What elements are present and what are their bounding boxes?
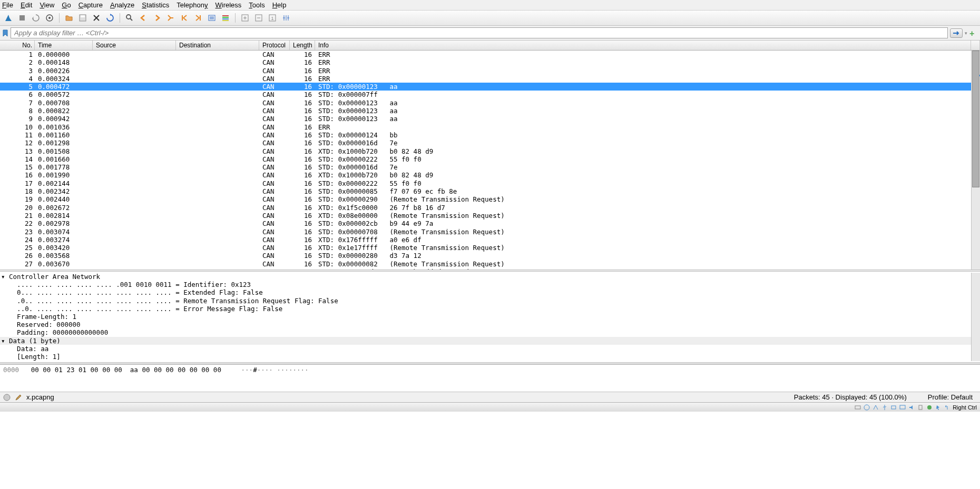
menu-help[interactable]: Help	[272, 1, 287, 9]
go-forward-button[interactable]	[152, 13, 162, 23]
col-header-time[interactable]: Time	[35, 41, 93, 50]
packet-row[interactable]: 40.000324CAN16ERR	[0, 75, 971, 83]
vm-status-tray: Right Ctrl	[0, 402, 980, 412]
menu-edit[interactable]: Edit	[21, 1, 32, 9]
svg-point-2	[48, 17, 51, 19]
colorize-button[interactable]	[220, 13, 231, 23]
packet-count-label: Packets: 45 · Displayed: 45 (100.0%)	[773, 393, 928, 401]
go-last-button[interactable]	[193, 13, 203, 23]
packet-row[interactable]: 140.001660CAN16STD: 0x00000222 55 f0 f0	[0, 155, 971, 163]
display-filter-bar: ▾ +	[0, 26, 980, 41]
menu-analyze[interactable]: Analyze	[110, 1, 134, 9]
packet-row[interactable]: 270.003670CAN16STD: 0x00000082 (Remote T…	[0, 260, 971, 268]
detail-row[interactable]: 0... .... .... .... .... .... .... .... …	[0, 288, 971, 296]
packet-row[interactable]: 160.001990CAN16XTD: 0x1000b720 b0 82 48 …	[0, 171, 971, 179]
restart-capture-button[interactable]	[31, 13, 41, 23]
menu-wireless[interactable]: Wireless	[215, 1, 242, 9]
profile-label[interactable]: Profile: Default	[928, 393, 977, 401]
packet-row[interactable]: 200.002672CAN16XTD: 0x1f5c0000 26 7f b8 …	[0, 204, 971, 212]
stop-capture-button[interactable]	[17, 13, 27, 23]
zoom-reset-button[interactable]: 1	[267, 13, 278, 23]
edit-capture-comment-icon[interactable]	[15, 394, 22, 401]
detail-row[interactable]: Padding: 00000000000000	[0, 328, 971, 336]
detail-row[interactable]: ..0. .... .... .... .... .... .... .... …	[0, 305, 971, 313]
menu-statistics[interactable]: Statistics	[142, 1, 169, 9]
dropdown-icon[interactable]: ▾	[965, 31, 967, 36]
packet-row[interactable]: 230.003074CAN16STD: 0x00000708 (Remote T…	[0, 228, 971, 236]
reload-button[interactable]	[105, 13, 115, 23]
auto-scroll-button[interactable]	[207, 13, 217, 23]
packet-details-pane[interactable]: ▾ Controller Area Network .... .... ....…	[0, 272, 980, 362]
packet-row[interactable]: 260.003568CAN16STD: 0x00000280 d3 7a 12	[0, 252, 971, 260]
packet-bytes-pane[interactable]: 0000 00 00 01 23 01 00 00 00 aa 00 00 00…	[0, 364, 980, 392]
shark-fin-icon[interactable]	[3, 13, 14, 23]
tray-recording-icon	[926, 404, 933, 411]
detail-row[interactable]: ▾ Controller Area Network	[0, 273, 971, 281]
resize-columns-button[interactable]	[281, 13, 291, 23]
detail-row[interactable]: Reserved: 000000	[0, 321, 971, 328]
packet-row[interactable]: 60.000572CAN16STD: 0x000007ff	[0, 91, 971, 98]
menu-telephony[interactable]: Telephony	[177, 1, 208, 9]
svg-rect-19	[900, 405, 905, 409]
col-header-destination[interactable]: Destination	[176, 41, 259, 50]
go-first-button[interactable]	[179, 13, 190, 23]
zoom-in-button[interactable]	[240, 13, 250, 23]
packet-row[interactable]: 100.001036CAN16ERR	[0, 123, 971, 131]
packet-row[interactable]: 130.001508CAN16XTD: 0x1000b720 b0 82 48 …	[0, 147, 971, 155]
packet-row[interactable]: 90.000942CAN16STD: 0x00000123 aa	[0, 115, 971, 123]
details-scrollbar[interactable]	[971, 273, 980, 361]
menu-bar: File Edit View Go Capture Analyze Statis…	[0, 0, 980, 11]
packet-row[interactable]: 250.003420CAN16XTD: 0x1e17ffff (Remote T…	[0, 244, 971, 252]
detail-row[interactable]: Data: aa	[0, 345, 971, 353]
packet-row[interactable]: 280.003920CAN16XTD: 0x0738c5d9 55 61 b2 …	[0, 268, 971, 270]
add-filter-button[interactable]: +	[969, 29, 978, 37]
go-back-button[interactable]	[138, 13, 149, 23]
packet-row[interactable]: 240.003274CAN16XTD: 0x176fffff a0 e6 df	[0, 236, 971, 244]
menu-file[interactable]: File	[2, 1, 13, 9]
menu-go[interactable]: Go	[62, 1, 71, 9]
col-header-protocol[interactable]: Protocol	[259, 41, 290, 50]
packet-row[interactable]: 180.002342CAN16STD: 0x00000085 f7 07 69 …	[0, 187, 971, 195]
detail-row[interactable]: [Length: 1]	[0, 353, 971, 361]
col-header-info[interactable]: Info	[315, 41, 971, 50]
packet-row[interactable]: 70.000708CAN16STD: 0x00000123 aa	[0, 99, 971, 107]
go-to-packet-button[interactable]	[165, 13, 176, 23]
menu-capture[interactable]: Capture	[79, 1, 103, 9]
find-packet-button[interactable]	[124, 13, 135, 23]
zoom-out-button[interactable]	[253, 13, 264, 23]
packet-row[interactable]: 150.001778CAN16STD: 0x0000016d 7e	[0, 163, 971, 171]
display-filter-input[interactable]	[11, 27, 948, 38]
packet-row[interactable]: 210.002814CAN16XTD: 0x08e00000 (Remote T…	[0, 212, 971, 219]
menu-tools[interactable]: Tools	[249, 1, 264, 9]
bookmark-icon[interactable]	[2, 29, 8, 37]
packet-row[interactable]: 110.001160CAN16STD: 0x00000124 bb	[0, 131, 971, 139]
detail-row[interactable]: .0.. .... .... .... .... .... .... .... …	[0, 297, 971, 305]
packet-row[interactable]: 190.002440CAN16STD: 0x00000290 (Remote T…	[0, 195, 971, 203]
menu-view[interactable]: View	[40, 1, 54, 9]
packet-list-scrollbar[interactable]	[971, 51, 980, 270]
apply-filter-button[interactable]	[950, 28, 963, 38]
packet-row[interactable]: 170.002144CAN16STD: 0x00000222 55 f0 f0	[0, 179, 971, 187]
col-header-source[interactable]: Source	[93, 41, 176, 50]
packet-row[interactable]: 80.000822CAN16STD: 0x00000123 aa	[0, 107, 971, 115]
col-header-no[interactable]: No.	[0, 41, 35, 50]
packet-row[interactable]: 120.001298CAN16STD: 0x0000016d 7e	[0, 139, 971, 147]
col-header-length[interactable]: Length	[290, 41, 315, 50]
packet-row[interactable]: 220.002978CAN16STD: 0x000002cb b9 44 e9 …	[0, 219, 971, 227]
tray-clipboard-icon	[917, 404, 924, 411]
detail-row[interactable]: Frame-Length: 1	[0, 313, 971, 321]
open-file-button[interactable]	[64, 13, 74, 23]
save-file-button[interactable]	[77, 13, 88, 23]
close-file-button[interactable]	[91, 13, 102, 23]
detail-row[interactable]: .... .... .... .... .... .001 0010 0011 …	[0, 281, 971, 288]
svg-point-5	[126, 15, 131, 19]
capture-options-button[interactable]	[44, 13, 55, 23]
packet-row[interactable]: 20.000148CAN16ERR	[0, 58, 971, 66]
tray-display-icon	[899, 404, 906, 411]
packet-list[interactable]: 10.000000CAN16ERR20.000148CAN16ERR30.000…	[0, 51, 971, 270]
packet-row[interactable]: 10.000000CAN16ERR	[0, 51, 971, 58]
expert-info-icon[interactable]	[3, 394, 11, 401]
packet-row[interactable]: 50.000472CAN16STD: 0x00000123 aa	[0, 83, 971, 91]
packet-row[interactable]: 30.000226CAN16ERR	[0, 67, 971, 75]
detail-row[interactable]: ▾ Data (1 byte)	[0, 337, 971, 345]
